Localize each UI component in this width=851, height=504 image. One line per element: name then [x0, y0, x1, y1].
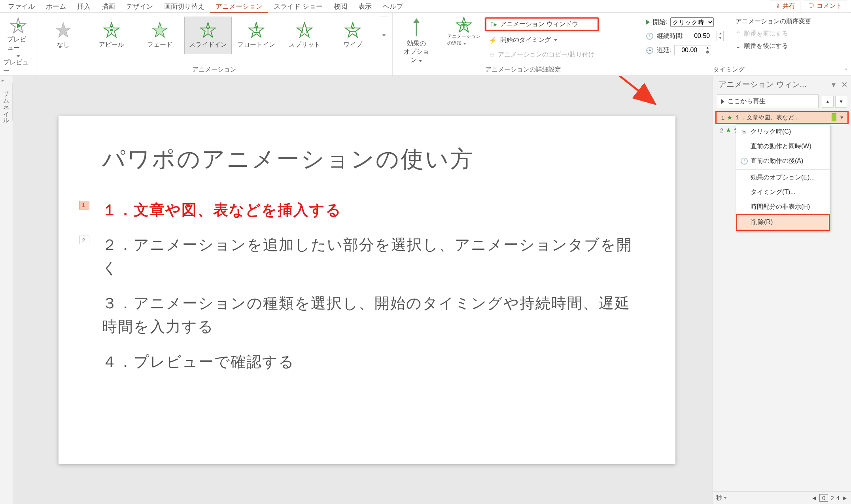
move-up-button[interactable]: ▲ [822, 96, 834, 108]
group-gallery-label: アニメーション [192, 66, 236, 74]
spin-up[interactable]: ▲ [717, 31, 723, 36]
timeline-current: 0 [819, 494, 828, 502]
timeline-next[interactable]: ► [842, 495, 848, 501]
trigger-icon: ⚡ [489, 36, 497, 44]
thumbnail-rail[interactable]: サムネイル [0, 83, 13, 121]
anim-slidein[interactable]: スライドイン [184, 17, 232, 54]
anim-fade[interactable]: フェード [136, 17, 183, 54]
animation-pane-header: アニメーション ウィン... ▾✕ [713, 76, 851, 92]
slide-title[interactable]: パワポのアニメーションの使い方 [102, 144, 636, 175]
chevron-down-icon[interactable] [724, 497, 727, 499]
slide-line-4-text: ４．プレビューで確認する [102, 353, 295, 370]
anim-floatin[interactable]: フロートイン [233, 17, 280, 54]
chevron-up-icon: ⌃ [736, 30, 741, 38]
group-effect-options: 効果のオプション . [393, 13, 440, 76]
duration-label: 継続時間: [657, 32, 684, 40]
tab-transition[interactable]: 画面切り替え [159, 0, 210, 13]
gallery-more-button[interactable] [379, 17, 389, 54]
anim-badge-2: 2 [79, 236, 89, 244]
slide-line-2[interactable]: 2 ２．アニメーションを追加したい部分を選択し、アニメーションタブを開く [102, 233, 636, 280]
play-from-here-button[interactable]: ここから再生 [717, 94, 819, 108]
animation-pane-button[interactable]: ▯▸ アニメーション ウィンドウ [485, 17, 598, 31]
effect-options-button[interactable]: 効果のオプション [396, 14, 437, 64]
anim-item-2-order: 2 [718, 127, 723, 134]
trigger-button[interactable]: ⚡ 開始のタイミング [485, 34, 598, 46]
anim-none[interactable]: なし [40, 17, 87, 54]
spin-up[interactable]: ▲ [704, 45, 711, 50]
tab-design[interactable]: デザイン [121, 0, 159, 13]
svg-marker-20 [345, 23, 360, 37]
ctx-timing[interactable]: タイミング(T)... [736, 185, 830, 200]
preview-label: プレビュー [7, 36, 29, 52]
svg-marker-15 [297, 23, 312, 37]
slide[interactable]: パワポのアニメーションの使い方 1 １．文章や図、表などを挿入する 2 ２．アニ… [59, 116, 675, 464]
tab-help[interactable]: ヘルプ [377, 0, 408, 13]
tab-file[interactable]: ファイル [2, 0, 40, 13]
effect-options-label2: オプション [404, 48, 429, 63]
delay-input[interactable] [675, 45, 704, 55]
ctx-effect-options[interactable]: 効果のオプション(E)... [736, 170, 830, 185]
start-select[interactable]: クリック時 [670, 17, 714, 27]
group-timing-label: タイミング [713, 66, 745, 74]
ctx-remove-label: 削除(R) [751, 218, 773, 227]
timeline-prev[interactable]: ◄ [811, 495, 817, 501]
anim-split[interactable]: スプリット [281, 17, 328, 54]
slide-line-4[interactable]: ４．プレビューで確認する [102, 350, 636, 374]
ctx-after-previous[interactable]: 🕒直前の動作の後(A) [736, 154, 830, 168]
preview-button[interactable]: プレビュー [3, 14, 33, 59]
duration-input[interactable] [687, 31, 717, 41]
delay-spinner[interactable]: ▲� [674, 45, 711, 55]
star-icon: ★ [727, 114, 732, 121]
thumbnail-expand-button[interactable]: ▸ [0, 76, 6, 83]
svg-point-4 [110, 29, 113, 31]
anim-wipe[interactable]: ワイプ [329, 17, 376, 54]
slide-body[interactable]: 1 １．文章や図、表などを挿入する 2 ２．アニメーションを追加したい部分を選択… [102, 198, 636, 374]
comment-icon: 🗨 [808, 3, 814, 10]
anim-item-1[interactable]: 1 ★ １．文章や図、表など... ▾ [715, 111, 849, 124]
ctx-hide-label: 時間配分の非表示(H) [751, 203, 810, 211]
ctx-on-click[interactable]: 🖱クリック時(C) [736, 125, 830, 139]
ctx-hide-timeline[interactable]: 時間配分の非表示(H) [736, 200, 830, 214]
group-advanced-animation: アニメーションの追加 ▯▸ アニメーション ウィンドウ ⚡ 開始のタイミング ☆ [440, 13, 606, 76]
mouse-icon: 🖱 [740, 128, 747, 136]
share-button[interactable]: ⇪共有 [770, 0, 800, 12]
animation-pane-title: アニメーション ウィン... [719, 79, 806, 90]
tab-insert[interactable]: 挿入 [72, 0, 96, 13]
seconds-label: 秒 [716, 494, 722, 502]
collapse-ribbon-button[interactable]: ⌃ [844, 68, 848, 73]
ctx-with-label: 直前の動作と同時(W) [751, 142, 811, 151]
move-later-button[interactable]: ⌄順番を後にする [736, 42, 811, 50]
tab-slideshow[interactable]: スライド ショー [268, 0, 328, 13]
tab-animation[interactable]: アニメーション [210, 0, 268, 13]
anim-fade-label: フェード [147, 41, 172, 49]
spin-down[interactable]: � [704, 50, 711, 55]
star-split-icon [296, 22, 313, 38]
ctx-remove[interactable]: 削除(R) [736, 214, 830, 231]
add-animation-button[interactable]: アニメーションの追加 [447, 17, 480, 60]
svg-marker-9 [152, 23, 167, 37]
separator [736, 169, 830, 170]
pane-options-button[interactable]: ▾ [832, 80, 836, 89]
anim-appear[interactable]: アピール [88, 17, 135, 54]
duration-spinner[interactable]: ▲▼ [687, 31, 724, 41]
chevron-down-icon [463, 43, 466, 45]
share-icon: ⇪ [775, 2, 780, 10]
start-label: 開始: [653, 18, 667, 26]
slide-line-3-text: ３．アニメーションの種類を選択し、開始のタイミングや持続時間、遅延時間を入力する [102, 295, 630, 335]
tab-view[interactable]: 表示 [353, 0, 377, 13]
close-pane-button[interactable]: ✕ [841, 80, 848, 89]
move-later-label: 順番を後にする [744, 42, 788, 50]
slide-line-1[interactable]: 1 １．文章や図、表などを挿入する [102, 198, 636, 222]
anim-none-label: なし [57, 41, 70, 49]
comment-button[interactable]: 🗨コメント [803, 0, 847, 12]
tab-draw[interactable]: 描画 [96, 0, 121, 13]
tab-review[interactable]: 校閲 [328, 0, 353, 13]
chevron-down-icon [554, 39, 557, 41]
ctx-on-click-label: クリック時(C) [751, 128, 791, 136]
spin-down[interactable]: ▼ [717, 36, 723, 41]
ctx-with-previous[interactable]: 直前の動作と同時(W) [736, 139, 830, 154]
slide-line-3[interactable]: ３．アニメーションの種類を選択し、開始のタイミングや持続時間、遅延時間を入力する [102, 292, 636, 338]
tab-home[interactable]: ホーム [40, 0, 72, 13]
anim-item-1-dropdown[interactable]: ▾ [839, 114, 845, 121]
move-down-button[interactable]: ▼ [835, 96, 847, 108]
